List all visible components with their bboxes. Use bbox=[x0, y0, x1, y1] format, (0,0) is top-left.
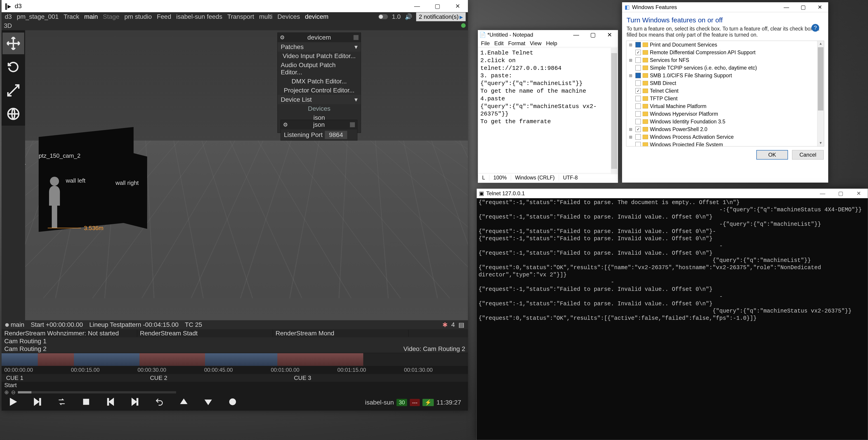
feature-checkbox[interactable] bbox=[636, 81, 641, 86]
gear-icon[interactable]: ⚙ bbox=[283, 122, 288, 128]
close-button[interactable]: ✕ bbox=[850, 189, 868, 198]
menu-video-input-patch[interactable]: Video Input Patch Editor... bbox=[278, 52, 361, 61]
expand-icon[interactable]: ⊞ bbox=[629, 42, 633, 48]
menu-view[interactable]: View bbox=[528, 40, 544, 46]
feature-checkbox[interactable] bbox=[636, 119, 641, 124]
section-device-list[interactable]: Device List▾ bbox=[278, 95, 361, 104]
menu-format[interactable]: Format bbox=[506, 40, 527, 46]
expand-icon[interactable]: ⊞ bbox=[629, 72, 633, 78]
toggle-switch[interactable] bbox=[378, 14, 388, 19]
feature-item[interactable]: Windows Hypervisor Platform bbox=[626, 110, 824, 118]
menu-devices-label[interactable]: Devices bbox=[276, 13, 301, 21]
stop-button[interactable] bbox=[82, 397, 91, 408]
ok-button[interactable]: OK bbox=[756, 150, 788, 160]
down-button[interactable] bbox=[204, 397, 213, 408]
menu-transport-label[interactable]: Transport bbox=[226, 13, 255, 21]
menu-stage-label[interactable]: Stage bbox=[102, 13, 120, 21]
rs-stadt[interactable]: RenderStream Stadt bbox=[137, 330, 273, 337]
loop-button[interactable] bbox=[57, 397, 66, 408]
json-panel-header[interactable]: ⚙ json bbox=[281, 120, 357, 129]
speaker-icon[interactable]: 🔊 bbox=[405, 13, 412, 20]
feature-item[interactable]: Telnet Client bbox=[626, 87, 824, 95]
feature-checkbox[interactable] bbox=[636, 57, 641, 63]
cam-routing-1[interactable]: Cam Routing 1 bbox=[2, 337, 468, 345]
view-mode-3d[interactable]: 3D bbox=[4, 22, 12, 29]
notepad-scrollbar[interactable] bbox=[611, 48, 618, 174]
menu-devices-value[interactable]: devicem bbox=[304, 13, 329, 21]
cue-1[interactable]: CUE 1 bbox=[2, 374, 28, 381]
maximize-button[interactable]: ▢ bbox=[832, 189, 850, 198]
menu-stage-file[interactable]: pm_stage_001 bbox=[16, 13, 59, 21]
close-button[interactable]: ✕ bbox=[811, 2, 828, 12]
tool-rotate[interactable] bbox=[2, 56, 24, 78]
close-button[interactable]: ✕ bbox=[601, 30, 618, 39]
minimize-button[interactable]: — bbox=[407, 0, 427, 12]
rs-wohnzimmer[interactable]: RenderStream Wohnzimmer: Not started bbox=[2, 330, 137, 337]
3d-viewport[interactable]: ptz_150_cam_2 n_1 wall left wall right 3… bbox=[25, 30, 468, 320]
feature-checkbox[interactable] bbox=[636, 103, 641, 109]
devices-panel[interactable]: ⚙ devicem Patches▾ Video Input Patch Edi… bbox=[277, 33, 361, 133]
feature-item[interactable]: Simple TCPIP services (i.e. echo, daytim… bbox=[626, 64, 824, 72]
minimize-button[interactable]: — bbox=[813, 189, 832, 198]
play-to-end-button[interactable] bbox=[33, 397, 42, 408]
listening-port-value[interactable]: 9864 bbox=[325, 131, 347, 139]
devices-panel-header[interactable]: ⚙ devicem bbox=[278, 33, 361, 42]
feature-checkbox[interactable] bbox=[636, 142, 641, 147]
feature-checkbox[interactable] bbox=[636, 50, 641, 55]
maximize-button[interactable]: ▢ bbox=[427, 0, 447, 12]
feature-checkbox[interactable] bbox=[636, 134, 641, 140]
feature-item[interactable]: Windows Projected File System bbox=[626, 141, 824, 147]
tool-globe[interactable] bbox=[2, 103, 24, 125]
expand-icon[interactable]: ⊞ bbox=[629, 57, 633, 63]
play-button[interactable] bbox=[8, 397, 18, 408]
cue-2[interactable]: CUE 2 bbox=[146, 374, 172, 381]
feature-item[interactable]: Windows Identity Foundation 3.5 bbox=[626, 118, 824, 125]
gear-icon[interactable]: ⚙ bbox=[280, 34, 285, 41]
menu-stage-value[interactable]: pm studio bbox=[123, 13, 153, 21]
up-button[interactable] bbox=[179, 397, 188, 408]
cam-routing-2[interactable]: Cam Routing 2 bbox=[4, 345, 46, 352]
feature-item[interactable]: SMB Direct bbox=[626, 79, 824, 87]
tool-move[interactable] bbox=[2, 33, 24, 54]
record-button[interactable] bbox=[228, 397, 237, 408]
undo-button[interactable] bbox=[155, 397, 164, 408]
zoom-in-icon[interactable]: ⊕ bbox=[4, 389, 9, 396]
feature-item[interactable]: ⊞Services for NFS bbox=[626, 56, 824, 64]
expand-icon[interactable]: ⊞ bbox=[629, 126, 633, 132]
maximize-button[interactable]: ▢ bbox=[585, 30, 601, 39]
feature-checkbox[interactable] bbox=[636, 88, 641, 94]
feature-checkbox[interactable] bbox=[636, 127, 641, 132]
tool-scale[interactable] bbox=[2, 80, 24, 101]
feature-item[interactable]: TFTP Client bbox=[626, 95, 824, 102]
notepad-titlebar[interactable]: 📄 *Untitled - Notepad — ▢ ✕ bbox=[478, 30, 618, 39]
menu-file[interactable]: File bbox=[479, 40, 492, 46]
menu-projector-control[interactable]: Projector Control Editor... bbox=[278, 86, 361, 95]
layers-icon[interactable]: ▤ bbox=[458, 321, 464, 328]
wfeat-titlebar[interactable]: ◧ Windows Features — ▢ ✕ bbox=[622, 2, 828, 12]
json-panel[interactable]: ⚙ json Listening Port 9864 bbox=[281, 120, 358, 140]
feature-item[interactable]: Remote Differential Compression API Supp… bbox=[626, 49, 824, 56]
menu-feed-label[interactable]: Feed bbox=[156, 13, 172, 21]
minimize-button[interactable]: — bbox=[778, 2, 795, 12]
telnet-titlebar[interactable]: ▣ Telnet 127.0.0.1 — ▢ ✕ bbox=[477, 189, 868, 198]
timeline[interactable] bbox=[2, 353, 468, 366]
feature-checkbox[interactable] bbox=[636, 73, 641, 78]
menu-d3[interactable]: d3 bbox=[4, 13, 13, 21]
menu-track-value[interactable]: main bbox=[83, 13, 99, 21]
feature-checkbox[interactable] bbox=[636, 42, 641, 48]
video-cam-routing[interactable]: Video: Cam Routing 2 bbox=[403, 345, 465, 352]
close-button[interactable]: ✕ bbox=[447, 0, 468, 12]
feature-item[interactable]: Virtual Machine Platform bbox=[626, 102, 824, 110]
panel-square-icon[interactable] bbox=[353, 35, 359, 40]
minimize-button[interactable]: — bbox=[568, 30, 585, 39]
menu-feed-value[interactable]: isabel-sun feeds bbox=[176, 13, 223, 21]
menu-track-label[interactable]: Track bbox=[63, 13, 80, 21]
menu-audio-output-patch[interactable]: Audio Output Patch Editor... bbox=[278, 61, 361, 77]
menu-transport-value[interactable]: multi bbox=[258, 13, 273, 21]
cancel-button[interactable]: Cancel bbox=[792, 150, 824, 160]
feature-item[interactable]: ⊞SMB 1.0/CIFS File Sharing Support bbox=[626, 72, 824, 79]
cue-3[interactable]: CUE 3 bbox=[289, 374, 316, 381]
wfeat-scrollbar[interactable]: ▴▾ bbox=[817, 41, 824, 146]
menu-dmx-patch[interactable]: DMX Patch Editor... bbox=[278, 77, 361, 86]
zoom-out-icon[interactable]: ⊖ bbox=[11, 389, 16, 396]
